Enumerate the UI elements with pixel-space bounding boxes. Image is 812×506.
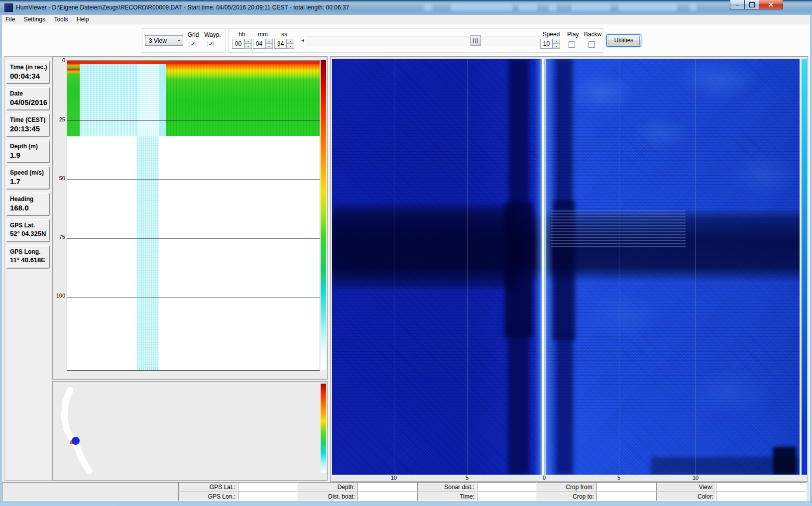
- depth-tick: 50: [54, 175, 65, 181]
- dark-bottom-region: [651, 457, 800, 475]
- sidescan-view[interactable]: [332, 59, 800, 475]
- gridline-100: [67, 297, 320, 298]
- titlebar[interactable]: HumViewer - D:\Eigene Dateien\Zeugs\RECO…: [0, 0, 812, 15]
- grid-label: Grid: [184, 31, 202, 38]
- ss-value[interactable]: 34: [274, 39, 287, 49]
- ss-stepper[interactable]: 34 ▲▼: [274, 39, 294, 49]
- wayp-checkbox[interactable]: ✓: [208, 41, 214, 47]
- titlebar-ghost: [572, 4, 610, 11]
- grid-checkbox[interactable]: ✓: [190, 41, 196, 47]
- arrow-down-icon[interactable]: ▼: [553, 44, 560, 49]
- menu-tools[interactable]: Tools: [50, 15, 71, 23]
- main-area: Time (in rec.) 00:04:34 Date 04/05/2016 …: [2, 56, 810, 482]
- info-card-gps-long: GPS Long. 11° 40.618E: [6, 245, 50, 269]
- card-label: Depth (m): [10, 143, 49, 150]
- arrow-up-icon[interactable]: ▲: [265, 39, 273, 44]
- range-gridline: [696, 59, 696, 475]
- utilities-button[interactable]: Utilities: [606, 34, 641, 47]
- depth-tick: 100: [54, 293, 65, 299]
- arrow-down-icon[interactable]: ▼: [244, 44, 252, 49]
- minimize-button[interactable]: –: [730, 0, 745, 9]
- view-mode-value: 3 View: [149, 37, 167, 44]
- range-tick: 10: [686, 475, 705, 481]
- card-value: 00:04:34: [10, 72, 49, 80]
- maximize-button[interactable]: [745, 0, 759, 9]
- echogram-colorbar: [321, 60, 326, 370]
- info-card-depth: Depth (m) 1.9: [6, 140, 50, 163]
- card-value: 52° 04.325N: [10, 230, 49, 237]
- window-controls: – ✕: [730, 0, 783, 10]
- card-label: Date: [10, 90, 49, 97]
- status-label-depth: Depth:: [298, 482, 357, 492]
- status-label-gps-lon: GPS Lon.:: [178, 492, 238, 501]
- wayp-label: Wayp.: [202, 31, 223, 38]
- view-mode-select[interactable]: 3 View ▼: [145, 35, 183, 46]
- arrow-down-icon[interactable]: ▼: [265, 44, 273, 49]
- arrow-down-icon[interactable]: ▼: [287, 44, 294, 49]
- app-window: HumViewer - D:\Eigene Dateien\Zeugs\RECO…: [0, 0, 812, 506]
- mm-stepper[interactable]: 04 ▲▼: [253, 39, 273, 49]
- hh-stepper[interactable]: 00 ▲▼: [232, 39, 252, 49]
- titlebar-ghost: [451, 4, 513, 11]
- status-label-crop-from: Crop from:: [537, 482, 596, 492]
- menu-help[interactable]: Help: [73, 15, 93, 23]
- bottom-return-right: [556, 59, 573, 208]
- mm-value[interactable]: 04: [253, 39, 265, 49]
- speed-stepper[interactable]: 10 ▲▼: [540, 39, 560, 49]
- hh-value[interactable]: 00: [232, 39, 244, 49]
- bottom-return-left: [508, 59, 529, 213]
- center-zero-line-echo: [545, 59, 546, 475]
- menubar: File Settings Tools Help: [2, 15, 810, 24]
- dark-crossing-band-left: [332, 205, 516, 288]
- backw-label: Backw.: [581, 31, 605, 38]
- boat-position-marker: [72, 437, 80, 445]
- card-label: Time (CEST): [10, 116, 49, 123]
- status-value-crop-from: [596, 482, 656, 492]
- bright-streaks: [551, 210, 686, 248]
- map-colorbar: [321, 384, 326, 473]
- range-gridline: [394, 59, 394, 475]
- echo-surface-band: [67, 61, 320, 64]
- titlebar-ghost: [690, 4, 696, 11]
- sidescan-panel: 10 5 0 5 10: [330, 56, 808, 482]
- minimize-icon: –: [736, 1, 739, 7]
- timeline-slider-thumb[interactable]: |||: [470, 35, 481, 46]
- arrow-up-icon[interactable]: ▲: [553, 39, 560, 44]
- info-card-time-in-rec: Time (in rec.) 00:04:34: [6, 61, 50, 84]
- menu-settings[interactable]: Settings: [20, 15, 49, 23]
- echogram-panel: 0 25 50 75 100: [52, 56, 328, 380]
- speed-value[interactable]: 10: [540, 39, 553, 49]
- check-icon: ✓: [191, 41, 195, 47]
- toolbar: 3 View ▼ Grid ✓ Wayp. ✓ hh 00 ▲▼ mm 04 ▲…: [2, 24, 810, 56]
- status-value-gps-lat: [238, 482, 298, 492]
- center-glow: [534, 59, 553, 475]
- maximize-icon: [749, 2, 755, 7]
- status-label-sonar-dist: Sonar dist.:: [417, 482, 477, 492]
- slider-left-arrow-icon[interactable]: ◄: [300, 38, 306, 43]
- arrow-up-icon[interactable]: ▲: [244, 39, 252, 44]
- status-label-time: Time:: [417, 492, 477, 501]
- arrow-up-icon[interactable]: ▲: [287, 39, 294, 44]
- sidebar: Time (in rec.) 00:04:34 Date 04/05/2016 …: [4, 56, 52, 481]
- echogram-view[interactable]: [67, 60, 320, 371]
- status-message-cell: [2, 482, 178, 501]
- range-tick: 0: [534, 475, 554, 481]
- status-value-crop-to: [596, 492, 656, 501]
- depth-tick: 75: [54, 234, 65, 240]
- check-icon: ✓: [209, 41, 213, 47]
- close-button[interactable]: ✕: [759, 0, 783, 9]
- gridline-75: [67, 238, 320, 239]
- track-map[interactable]: [53, 382, 327, 480]
- bottom-return-left: [508, 330, 530, 475]
- card-label: Heading: [10, 196, 49, 202]
- status-value-depth: [357, 482, 417, 492]
- card-label: GPS Long.: [10, 248, 49, 255]
- menu-file[interactable]: File: [2, 15, 18, 23]
- backw-checkbox[interactable]: [588, 41, 595, 48]
- play-checkbox[interactable]: [569, 41, 575, 48]
- timeline-slider-track[interactable]: [307, 36, 545, 46]
- gridline-25: [67, 120, 320, 121]
- depth-tick: 25: [54, 116, 65, 122]
- info-card-gps-lat: GPS Lat. 52° 04.325N: [6, 219, 50, 242]
- speed-label: Speed: [540, 31, 562, 38]
